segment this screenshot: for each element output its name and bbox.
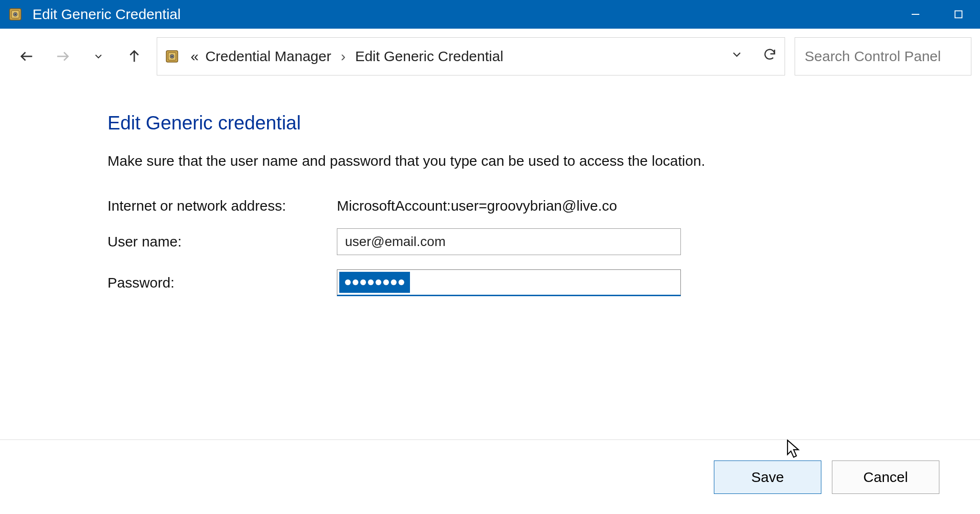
password-dot	[345, 279, 351, 285]
password-dot	[368, 279, 374, 285]
breadcrumb-item[interactable]: Edit Generic Credential	[355, 48, 503, 64]
page-description: Make sure that the user name and passwor…	[108, 153, 908, 169]
search-placeholder: Search Control Panel	[805, 48, 941, 64]
cancel-button-label: Cancel	[863, 469, 908, 485]
title-bar: Edit Generic Credential	[0, 0, 980, 29]
footer: Save Cancel	[0, 440, 980, 514]
save-button[interactable]: Save	[714, 460, 821, 494]
safe-icon	[9, 7, 24, 22]
search-input[interactable]: Search Control Panel	[795, 37, 971, 75]
address-bar[interactable]: « Credential Manager › Edit Generic Cred…	[157, 37, 785, 75]
back-button[interactable]	[9, 42, 44, 71]
up-button[interactable]	[116, 42, 152, 71]
refresh-button[interactable]	[763, 47, 777, 65]
chevron-right-icon: ›	[341, 48, 345, 64]
password-dot	[383, 279, 389, 285]
password-selection	[339, 272, 410, 293]
username-input[interactable]	[337, 228, 681, 255]
forward-button[interactable]	[44, 42, 80, 71]
password-label: Password:	[108, 275, 337, 291]
password-input[interactable]	[337, 269, 681, 296]
recent-locations-button[interactable]	[80, 42, 116, 71]
svg-point-3	[15, 14, 16, 15]
password-dot	[376, 279, 381, 285]
password-dot	[360, 279, 366, 285]
password-dot	[353, 279, 358, 285]
address-label: Internet or network address:	[108, 198, 337, 214]
password-dot	[391, 279, 397, 285]
address-row: Internet or network address: MicrosoftAc…	[108, 198, 908, 214]
svg-rect-5	[955, 11, 962, 18]
svg-point-12	[172, 55, 173, 57]
chevron-down-icon[interactable]	[730, 48, 743, 64]
username-label: User name:	[108, 234, 337, 250]
maximize-button[interactable]	[937, 0, 980, 29]
breadcrumb-item[interactable]: Credential Manager	[205, 48, 331, 64]
address-value: MicrosoftAccount:user=groovybrian@live.c…	[337, 198, 617, 214]
password-row: Password:	[108, 269, 908, 296]
password-dot	[398, 279, 404, 285]
cancel-button[interactable]: Cancel	[832, 460, 939, 494]
username-row: User name:	[108, 228, 908, 255]
breadcrumb-prefix: «	[191, 48, 199, 64]
page-heading: Edit Generic credential	[108, 112, 908, 134]
safe-icon	[165, 48, 181, 64]
minimize-button[interactable]	[894, 0, 937, 29]
nav-row: « Credential Manager › Edit Generic Cred…	[0, 29, 980, 84]
content-area: Edit Generic credential Make sure that t…	[0, 84, 980, 439]
save-button-label: Save	[751, 469, 784, 485]
window-controls	[894, 0, 980, 29]
window-title: Edit Generic Credential	[32, 6, 894, 22]
